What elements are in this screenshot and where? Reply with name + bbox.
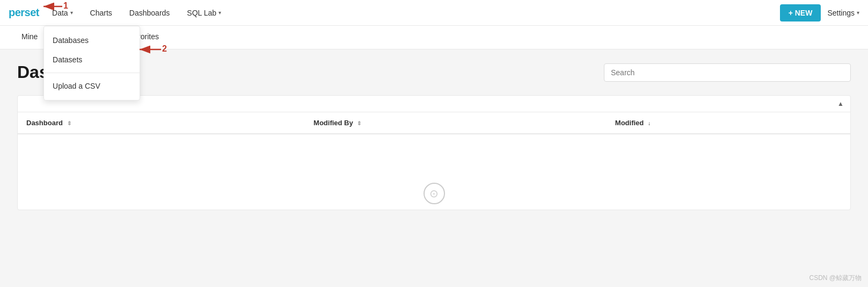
sort-icon-modified-by: ⇕ xyxy=(357,120,361,126)
nav-charts-label: Charts xyxy=(90,9,112,17)
dropdown-item-datasets[interactable]: Datasets xyxy=(44,50,140,69)
table-head: Dashboard ⇕ Modified By ⇕ Modified ↓ xyxy=(18,112,850,134)
col-header-modified[interactable]: Modified ↓ xyxy=(607,112,850,134)
nav-items: Data ▾ 2 Databases xyxy=(43,0,780,25)
brand-name[interactable]: perset xyxy=(9,6,39,19)
search-input[interactable] xyxy=(604,63,851,82)
nav-dashboards-label: Dashboards xyxy=(129,9,170,17)
dropdown-item-databases[interactable]: Databases xyxy=(44,31,140,50)
sort-collapse-icon[interactable]: ▲ xyxy=(837,100,844,107)
navbar: 1 perset Data ▾ 2 xyxy=(0,0,868,26)
table-container: ▲ Dashboard ⇕ Modified By ⇕ Modified ↓ xyxy=(17,95,851,210)
col-header-dashboard[interactable]: Dashboard ⇕ xyxy=(18,112,305,134)
sort-icon-modified: ↓ xyxy=(648,120,651,126)
page-header: Dashboards xyxy=(17,62,851,82)
table-header-row: Dashboard ⇕ Modified By ⇕ Modified ↓ xyxy=(18,112,850,134)
new-button[interactable]: + NEW xyxy=(780,4,821,21)
nav-item-dashboards[interactable]: Dashboards xyxy=(121,0,179,25)
settings-link[interactable]: Settings ▾ xyxy=(827,9,859,17)
nav-data-label: Data xyxy=(52,9,68,17)
sort-icon-dashboard: ⇕ xyxy=(67,120,71,126)
data-dropdown-menu: 2 Databases Datasets Upload a CSV xyxy=(43,26,140,101)
table-sort-header: ▲ xyxy=(18,96,850,112)
nav-item-charts[interactable]: Charts xyxy=(82,0,121,25)
watermark: CSDN @鲸蒇万物 xyxy=(809,274,862,283)
dropdown-divider xyxy=(44,73,140,73)
empty-icon: ⊙ xyxy=(424,183,445,204)
settings-label: Settings xyxy=(827,9,855,17)
nav-right: + NEW Settings ▾ xyxy=(780,4,859,21)
nav-item-data[interactable]: Data ▾ 2 Databases xyxy=(43,0,82,25)
nav-sqllab-label: SQL Lab xyxy=(187,9,216,17)
empty-state: ⊙ xyxy=(18,134,850,210)
chevron-down-icon: ▾ xyxy=(70,10,73,16)
dashboards-table: Dashboard ⇕ Modified By ⇕ Modified ↓ xyxy=(18,112,850,134)
col-header-modified-by[interactable]: Modified By ⇕ xyxy=(305,112,607,134)
chevron-down-icon-settings: ▾ xyxy=(857,10,859,16)
nav-item-sqllab[interactable]: SQL Lab ▾ xyxy=(178,0,230,25)
dropdown-item-upload-csv[interactable]: Upload a CSV xyxy=(44,76,140,96)
chevron-down-icon-sqllab: ▾ xyxy=(218,10,221,16)
tab-mine[interactable]: Mine xyxy=(13,26,46,49)
